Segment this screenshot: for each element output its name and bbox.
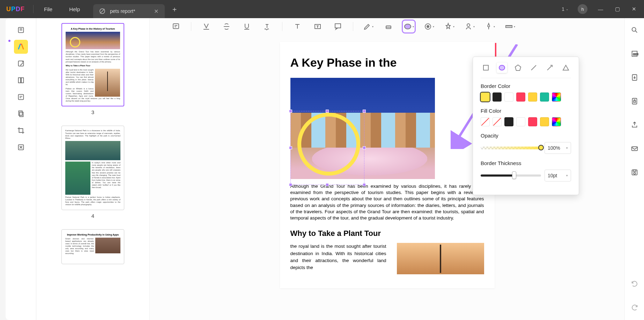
- tab-title: pets report*: [110, 8, 135, 14]
- border-teal-swatch[interactable]: [540, 92, 549, 102]
- fill-none2-swatch[interactable]: [493, 117, 502, 126]
- signature-button[interactable]: ▾: [464, 21, 475, 32]
- ocr-button[interactable]: OCR: [628, 47, 642, 61]
- opacity-label: Opacity: [481, 133, 571, 139]
- thumbnail-page-4[interactable]: Kaziranga National Park is a showcase to…: [61, 126, 124, 210]
- new-tab-button[interactable]: ＋: [165, 5, 184, 14]
- ruler-button[interactable]: ▾: [505, 21, 515, 32]
- resize-handle-mr[interactable]: [363, 146, 366, 149]
- strikethrough-button[interactable]: [221, 21, 232, 32]
- no-preview-icon: [99, 8, 105, 14]
- shape-button[interactable]: ▾: [404, 21, 414, 32]
- fill-custom-swatch[interactable]: [552, 117, 561, 126]
- svg-marker-23: [563, 65, 569, 70]
- thickness-value[interactable]: 10pt▾: [545, 170, 571, 181]
- svg-text:OCR: OCR: [633, 53, 638, 56]
- fill-white-swatch[interactable]: [516, 117, 525, 126]
- page-tool[interactable]: [14, 107, 28, 121]
- comment-tool[interactable]: [14, 40, 28, 54]
- svg-rect-8: [173, 24, 179, 29]
- redo-button[interactable]: [628, 300, 642, 314]
- menu-file[interactable]: File: [36, 6, 61, 12]
- border-white-swatch[interactable]: [504, 92, 513, 102]
- fill-black-swatch[interactable]: [504, 117, 513, 126]
- resize-handle-tl[interactable]: [289, 110, 292, 113]
- thumbnail-page-3[interactable]: A Key Phase in the History of Tourism Al…: [61, 23, 124, 106]
- close-button[interactable]: ✕: [627, 6, 641, 12]
- pencil-button[interactable]: ▾: [363, 21, 373, 32]
- thickness-slider[interactable]: [481, 174, 541, 177]
- textbox-button[interactable]: [312, 21, 323, 32]
- convert-button[interactable]: [628, 70, 642, 84]
- underline-button[interactable]: [242, 21, 252, 32]
- protect-button[interactable]: [628, 94, 642, 108]
- shape-line-tab[interactable]: [528, 62, 539, 73]
- shape-polygon-tab[interactable]: [513, 62, 523, 73]
- user-avatar[interactable]: h: [578, 4, 587, 14]
- opacity-slider[interactable]: [481, 147, 541, 149]
- resize-handle-bm[interactable]: [326, 183, 329, 186]
- svg-rect-29: [634, 101, 636, 103]
- svg-rect-6: [20, 112, 23, 117]
- shape-oval-tab[interactable]: [497, 62, 507, 73]
- eraser-button[interactable]: [383, 21, 394, 32]
- fill-color-row: [481, 117, 571, 126]
- organize-tool[interactable]: [14, 73, 28, 87]
- svg-rect-4: [18, 95, 23, 100]
- fill-amber-swatch[interactable]: [540, 117, 549, 126]
- document-tab[interactable]: pets report* ✕: [93, 4, 165, 18]
- save-button[interactable]: [628, 165, 642, 179]
- callout-button[interactable]: [333, 21, 343, 32]
- thumbnail-page-5[interactable]: Improve Working Productivity in Using Ap…: [61, 229, 124, 264]
- edit-tool[interactable]: [14, 57, 28, 70]
- svg-line-22: [547, 66, 552, 70]
- share-button[interactable]: [628, 118, 642, 132]
- border-amber-swatch[interactable]: [528, 92, 537, 102]
- resize-handle-bl[interactable]: [289, 183, 292, 186]
- pin-button[interactable]: ▾: [444, 21, 454, 32]
- svg-rect-30: [631, 147, 637, 151]
- border-yellow-swatch[interactable]: [481, 92, 490, 102]
- redact-tool[interactable]: [14, 140, 28, 154]
- tropical-thumb-icon: [65, 162, 90, 195]
- lake-thumb-icon: [65, 141, 120, 160]
- text-button[interactable]: [292, 21, 303, 32]
- tab-close-button[interactable]: ✕: [140, 8, 158, 15]
- shape-rect-tab[interactable]: [481, 62, 491, 73]
- reader-tool[interactable]: [14, 23, 28, 37]
- border-custom-swatch[interactable]: [552, 92, 561, 102]
- shape-arrow-tab[interactable]: [545, 62, 555, 73]
- left-toolbar: [6, 18, 36, 320]
- email-button[interactable]: [628, 142, 642, 156]
- menu-help[interactable]: Help: [61, 6, 88, 12]
- tab-count[interactable]: 1 ⌄: [558, 6, 572, 12]
- opacity-handle[interactable]: [538, 145, 544, 150]
- highlight-button[interactable]: [201, 21, 212, 32]
- svg-point-24: [632, 28, 636, 31]
- note-button[interactable]: [171, 21, 181, 32]
- thickness-handle[interactable]: [512, 171, 516, 179]
- pen-button[interactable]: ▾: [484, 21, 495, 32]
- fill-none-swatch[interactable]: [481, 117, 490, 126]
- resize-handle-br[interactable]: [363, 183, 366, 186]
- search-button[interactable]: [628, 23, 642, 37]
- paragraph-2: the royal land is the most sought after …: [290, 243, 386, 274]
- svg-rect-5: [18, 111, 22, 116]
- crop-tool[interactable]: [14, 124, 28, 137]
- circle-annotation[interactable]: [297, 113, 360, 176]
- opacity-value[interactable]: 100%▾: [545, 142, 571, 154]
- resize-handle-ml[interactable]: [289, 146, 292, 149]
- squiggly-button[interactable]: [262, 21, 272, 32]
- form-tool[interactable]: [14, 90, 28, 104]
- maximize-button[interactable]: ▢: [610, 6, 625, 12]
- resize-handle-tr[interactable]: [363, 110, 366, 113]
- stamp-button[interactable]: ▾: [424, 21, 434, 32]
- shape-triangle-tab[interactable]: [561, 62, 571, 73]
- border-red-swatch[interactable]: [516, 92, 525, 102]
- border-black-swatch[interactable]: [493, 92, 502, 102]
- resize-handle-tm[interactable]: [326, 110, 329, 113]
- thumb-hero-image: [66, 32, 120, 49]
- undo-button[interactable]: [628, 277, 642, 291]
- minimize-button[interactable]: —: [593, 6, 608, 12]
- fill-red-swatch[interactable]: [528, 117, 537, 126]
